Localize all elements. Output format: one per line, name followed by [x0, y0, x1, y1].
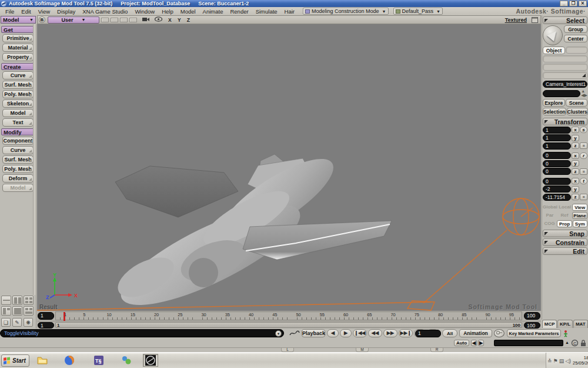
menu-help[interactable]: Help — [158, 8, 177, 15]
layout-preset-1-button[interactable] — [1, 296, 11, 305]
menu-file[interactable]: File — [2, 8, 18, 15]
mouse-tab-l[interactable]: L — [281, 348, 294, 352]
s-axis-x-button[interactable]: x — [572, 127, 579, 133]
frame-back-button[interactable]: ◀ — [327, 329, 339, 337]
s-options-button[interactable]: ≡ — [580, 142, 587, 149]
panel-tab-kp-l[interactable]: KP/L — [557, 320, 572, 328]
memo-cam-slot-4[interactable] — [129, 18, 137, 22]
volume-icon[interactable]: ◁) — [565, 358, 571, 364]
axis-lock-buttons[interactable]: X Y Z — [168, 17, 192, 23]
s-mode-button[interactable]: s — [580, 127, 587, 133]
viewport-maximize-icon[interactable] — [532, 17, 538, 23]
t-x-value-field[interactable]: 0 — [543, 178, 571, 185]
toolbar-model-dropdown[interactable]: Model ▼ — [1, 16, 36, 24]
script-history-dropdown[interactable]: ▼ — [275, 330, 282, 337]
create-skeleton-button[interactable]: Skeleton — [2, 100, 34, 108]
start-button[interactable]: Start — [1, 354, 29, 367]
memo-cam-slot-2[interactable] — [111, 18, 118, 22]
filter-slot[interactable] — [566, 47, 587, 54]
eye-icon[interactable] — [155, 16, 162, 23]
play-forward-button[interactable]: ▶▶ — [383, 329, 397, 337]
spinner-icons[interactable]: ▲◀▶ — [581, 89, 587, 98]
layout-preset-5-button[interactable] — [12, 306, 22, 316]
script-command-bar[interactable]: ToggleVisibility — [0, 329, 284, 337]
t-mode-button[interactable]: t — [580, 178, 587, 184]
create-surf-mesh-button[interactable]: Surf. Mesh — [2, 81, 34, 89]
start-frame-field[interactable]: 1 — [38, 312, 54, 320]
brush-icon[interactable]: ❋ — [24, 318, 33, 327]
range-end-field[interactable]: 100 — [524, 322, 540, 329]
play-reverse-button[interactable]: ◀◀ — [368, 329, 382, 337]
firefox-icon[interactable] — [64, 354, 75, 366]
snap-panel-header[interactable]: Snap — [543, 230, 587, 237]
modify-poly-mesh-button[interactable]: Poly. Mesh — [2, 165, 34, 173]
edit-panel-header[interactable]: Edit — [543, 247, 587, 255]
r-axis-z-button[interactable]: z — [572, 168, 579, 175]
object-filter-button[interactable]: Object — [543, 47, 565, 54]
selection-name-field[interactable]: Camera_Interest1 — [543, 81, 587, 88]
get-material-button[interactable]: Material — [2, 44, 34, 52]
all-button[interactable]: All — [442, 329, 457, 337]
left-toolbar-scrollbar[interactable] — [33, 24, 36, 295]
t-axis-z-button[interactable]: z — [572, 194, 579, 200]
menu-view[interactable]: View — [35, 8, 54, 15]
prev-key-button[interactable]: ◀ — [471, 340, 477, 346]
playback-button[interactable]: Playback — [302, 329, 325, 337]
collapse-tray-icon[interactable]: ≛ — [547, 358, 552, 364]
modify-surf-mesh-button[interactable]: Surf. Mesh — [2, 155, 34, 164]
viewport-memo-button[interactable]: B — [39, 16, 45, 23]
s-z-value-field[interactable]: 1 — [543, 142, 571, 150]
create-model-button[interactable]: Model — [2, 109, 34, 117]
t-options-button[interactable]: ≡ — [580, 194, 587, 200]
get-property-button[interactable]: Property — [2, 53, 34, 61]
viewport-camera-dropdown[interactable]: User ▼ — [48, 16, 99, 24]
s-axis-y-button[interactable]: y — [572, 135, 579, 141]
filter-slot[interactable] — [543, 72, 587, 79]
refresh-icon[interactable]: C — [571, 339, 579, 348]
explore-button[interactable]: Explore — [543, 99, 565, 107]
prop-mode-button[interactable]: Prop — [557, 220, 572, 227]
t-axis-y-button[interactable]: y — [572, 186, 579, 193]
menu-window[interactable]: Window — [131, 8, 158, 15]
r-y-value-field[interactable]: 0 — [543, 160, 571, 167]
animation-editor-icon[interactable] — [289, 329, 300, 339]
expand-arrow-icon[interactable]: ▲ — [565, 340, 569, 344]
selection-aux-field[interactable] — [543, 90, 580, 97]
select-tool-button[interactable] — [543, 25, 563, 45]
softimage-taskbar-icon[interactable] — [143, 354, 158, 367]
center-button[interactable]: Center — [564, 35, 587, 42]
menu-animate[interactable]: Animate — [199, 8, 227, 15]
auto-key-button[interactable]: Auto — [454, 340, 469, 346]
constrain-panel-header[interactable]: Constrain — [543, 238, 587, 246]
plane-mode-button[interactable]: Plane — [572, 212, 587, 219]
sym-mode-button[interactable]: Sym — [573, 220, 587, 227]
go-first-button[interactable]: ❙◀◀ — [353, 329, 367, 337]
range-start-field[interactable]: 1 — [38, 322, 54, 329]
r-options-button[interactable]: ≡ — [580, 168, 587, 175]
get-primitive-button[interactable]: Primitive — [2, 34, 34, 42]
t-z-value-field[interactable]: -11.7154 — [543, 194, 571, 201]
panel-tab-mcp[interactable]: MCP — [542, 320, 557, 328]
s-x-value-field[interactable]: 1 — [543, 127, 571, 134]
layout-preset-3-button[interactable] — [24, 296, 34, 305]
go-last-button[interactable]: ▶▶❙ — [399, 329, 413, 337]
mouse-tab-r[interactable]: R — [430, 348, 443, 352]
r-mode-button[interactable]: r — [580, 152, 587, 159]
pass-dropdown[interactable]: Default_Pass ▼ — [393, 8, 443, 15]
clusters-button[interactable]: Clusters — [567, 108, 588, 115]
pen-icon[interactable]: ✎ — [12, 318, 22, 327]
range-slider[interactable]: 1 100 — [55, 322, 522, 328]
frame-forward-button[interactable]: ▶ — [340, 329, 352, 337]
memo-cam-slot-1[interactable] — [101, 18, 109, 22]
modify-component-button[interactable]: Component — [2, 137, 34, 145]
minimize-button[interactable]: _ — [560, 1, 568, 6]
menu-display[interactable]: Display — [54, 8, 79, 15]
timeline-ruler[interactable]: 15101520253035404550556065707580859095 — [55, 311, 522, 320]
modify-curve-button[interactable]: Curve — [2, 146, 34, 154]
modify-deform-button[interactable]: Deform — [2, 174, 34, 183]
memo-cam-slot-3[interactable] — [120, 18, 128, 22]
animation-dropdown[interactable]: Animation — [459, 329, 492, 337]
create-text-button[interactable]: Text — [2, 118, 34, 127]
transform-panel-header[interactable]: Transform — [543, 118, 587, 125]
restore-button[interactable]: ❐ — [569, 1, 577, 6]
